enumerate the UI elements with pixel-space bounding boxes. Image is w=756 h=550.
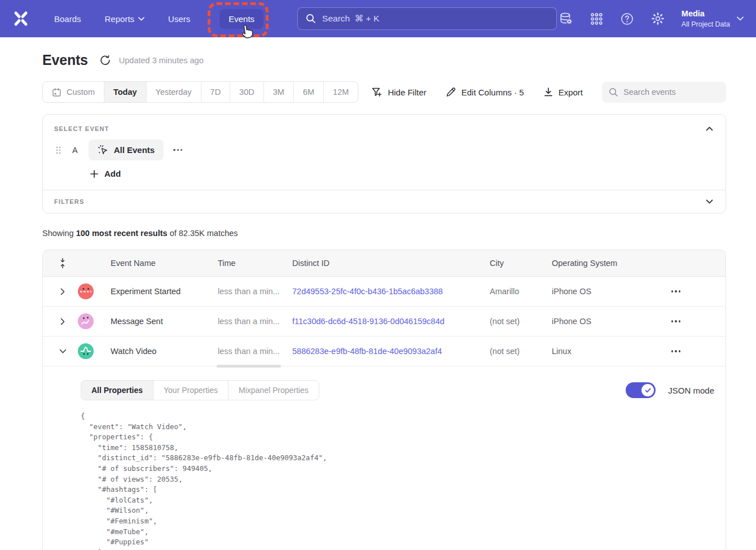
row-expander-icon[interactable] [54,318,71,325]
row-collapse-icon[interactable] [54,349,71,353]
event-avatar [78,343,94,359]
global-search[interactable] [297,7,557,30]
col-header-distinct-id[interactable]: Distinct ID [292,259,490,268]
date-range-control: Custom Today Yesterday 7D 30D 3M 6M 12M [42,81,358,103]
table-header-row: Event Name Time Distinct ID City Operati… [43,250,726,277]
updated-timestamp: Updated 3 minutes ago [119,56,204,65]
select-event-label: SELECT EVENT [54,125,109,132]
horizontal-scrollbar-thumb[interactable] [217,365,281,368]
json-mode-toggle[interactable] [626,382,656,398]
event-city: Amarillo [490,287,552,296]
event-avatar [78,313,94,329]
controls-row: Custom Today Yesterday 7D 30D 3M 6M 12M … [42,81,726,103]
event-time: less than a min... [218,347,292,356]
nav-item-boards[interactable]: Boards [50,9,86,29]
data-management-icon[interactable] [559,11,573,26]
refresh-icon [100,55,111,66]
edit-columns-button[interactable]: Edit Columns · 5 [446,87,524,98]
event-time: less than a min... [218,287,292,296]
date-option-custom[interactable]: Custom [43,82,104,102]
event-json-view: { "event": "Watch Video", "properties": … [81,411,714,550]
export-button[interactable]: Export [543,87,583,97]
nav-item-reports[interactable]: Reports [100,9,150,29]
chevron-up-icon [706,126,713,131]
query-builder-card: SELECT EVENT A [42,114,726,213]
chevron-down-icon [706,199,713,204]
toggle-knob [641,384,654,396]
mixpanel-logo-icon[interactable] [12,10,29,27]
clause-letter: A [72,146,78,155]
results-summary: Showing 100 most recent results of 82.35… [42,229,726,238]
date-option-6m[interactable]: 6M [293,82,323,102]
date-option-30d[interactable]: 30D [230,82,263,102]
row-expander-icon[interactable] [54,288,71,295]
date-option-yesterday[interactable]: Yesterday [146,82,201,102]
hide-filter-button[interactable]: Hide Filter [371,86,426,98]
refresh-button[interactable] [100,55,111,66]
col-header-time[interactable]: Time [218,259,292,268]
expand-filters-button[interactable] [705,198,714,205]
distinct-id-link[interactable]: 72d49553-25fc-4f0c-b436-1b5ac6ab3388 [292,287,490,296]
filters-label: FILTERS [54,198,84,205]
clause-more-options-icon[interactable] [173,149,182,151]
chevron-down-icon [737,16,744,21]
event-selector-chip[interactable]: All Events [89,139,164,160]
event-name: Experiment Started [111,287,218,296]
sort-direction-icon[interactable] [54,257,71,269]
col-header-os[interactable]: Operating System [552,259,656,268]
event-clause-row: A All Events [54,139,714,160]
tab-all-properties[interactable]: All Properties [81,381,153,400]
apps-grid-icon[interactable] [590,12,604,26]
chevron-down-icon [138,17,144,21]
add-event-button[interactable]: Add [90,169,121,178]
settings-gear-icon[interactable] [650,11,665,26]
properties-tabs: All Properties Your Properties Mixpanel … [81,380,319,400]
workspace-switcher[interactable]: Media All Project Data [682,8,744,29]
search-icon [609,88,618,97]
download-icon [543,87,553,97]
plus-icon [90,170,98,178]
table-row-expanded: Watch Video less than a min... 5886283e-… [43,337,726,366]
events-search[interactable] [602,82,726,103]
filter-plus-icon [371,86,383,98]
event-city: (not set) [490,347,552,356]
row-more-options-icon[interactable] [656,290,696,292]
date-option-3m[interactable]: 3M [263,82,293,102]
nav-item-users[interactable]: Users [164,9,195,29]
pencil-icon [446,87,456,98]
event-time: less than a min... [218,317,292,326]
date-option-12m[interactable]: 12M [323,82,358,102]
calendar-icon [52,88,61,97]
row-more-options-icon[interactable] [656,350,696,352]
page-title: Events [42,52,88,68]
table-row: Message Sent less than a min... f11c30d6… [43,307,726,337]
page-header: Events Updated 3 minutes ago [42,52,726,68]
select-event-section: SELECT EVENT A [43,115,726,190]
json-mode-label: JSON mode [668,386,714,395]
distinct-id-link[interactable]: 5886283e-e9fb-48fb-81de-40e9093a2af4 [292,347,490,356]
tab-mixpanel-properties[interactable]: Mixpanel Properties [228,381,319,400]
help-icon[interactable] [620,12,634,26]
events-nav-annotated: Events [219,9,263,29]
tab-your-properties[interactable]: Your Properties [153,381,228,400]
event-os: Linux [552,347,656,356]
distinct-id-link[interactable]: f11c30d6-dc6d-4518-9136-0d046159c84d [292,317,490,326]
row-more-options-icon[interactable] [656,320,696,322]
drag-handle-icon[interactable] [54,145,62,156]
magic-cursor-icon [98,145,108,155]
col-header-city[interactable]: City [490,259,552,268]
check-icon [645,388,651,393]
events-search-input[interactable] [623,88,719,97]
hand-cursor-icon [241,24,254,41]
search-icon [306,14,316,24]
date-option-7d[interactable]: 7D [201,82,230,102]
global-search-input[interactable] [322,14,548,24]
collapse-section-button[interactable] [705,125,714,132]
col-header-event-name[interactable]: Event Name [111,259,218,268]
event-os: iPhone OS [552,287,656,296]
results-count: 100 most recent results [76,229,168,238]
events-table: Event Name Time Distinct ID City Operati… [42,250,726,550]
date-option-today[interactable]: Today [104,82,146,102]
event-detail-panel: All Properties Your Properties Mixpanel … [43,366,726,550]
workspace-name: Media [682,8,730,20]
